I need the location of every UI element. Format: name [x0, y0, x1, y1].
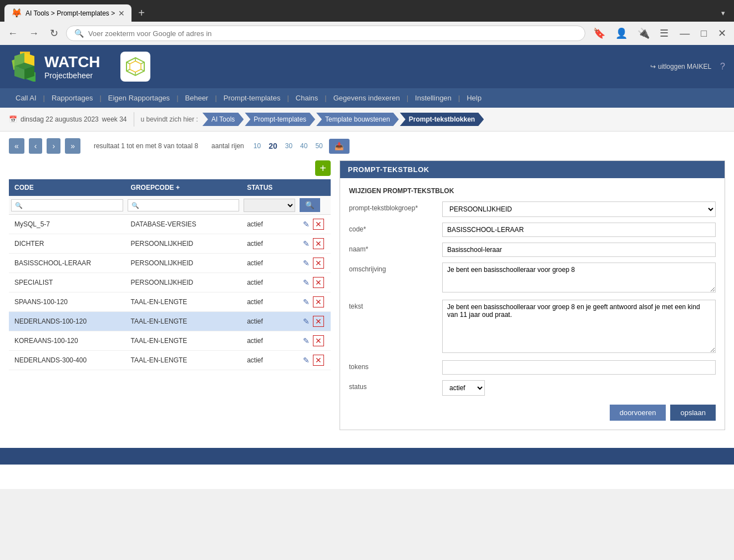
back-button[interactable]: ←: [4, 26, 21, 42]
naam-control[interactable]: [442, 243, 716, 257]
sort-code[interactable]: CODE: [14, 184, 34, 191]
breadcrumb-template-bouwstenen[interactable]: Template bouwstenen: [316, 113, 399, 126]
first-page-button[interactable]: «: [9, 138, 24, 154]
table-row[interactable]: DICHTER PERSOONLIJKHEID actief ✎ ✕: [9, 234, 331, 254]
filter-groepcode-cell[interactable]: [125, 196, 242, 215]
edit-button[interactable]: ✎: [303, 336, 310, 345]
action-icons: ✎ ✕: [303, 238, 325, 249]
pocket-button[interactable]: 🔖: [590, 25, 609, 42]
nav-beheer[interactable]: Beheer: [179, 88, 215, 108]
filter-status-cell[interactable]: actief inactief: [241, 196, 297, 215]
tekst-control[interactable]: Je bent een basisschoolleraar voor groep…: [442, 300, 716, 355]
col-status[interactable]: STATUS: [241, 179, 297, 196]
extensions-button[interactable]: 🔌: [634, 25, 653, 42]
omschrijving-control[interactable]: Je bent een basisschoolleraar voor groep…: [442, 263, 716, 294]
breadcrumb-ai-tools[interactable]: AI Tools: [203, 113, 244, 126]
col-groepcode[interactable]: GROEPCODE +: [125, 179, 242, 196]
nav-rapportages[interactable]: Rapportages: [45, 88, 99, 108]
nav-eigen-rapportages[interactable]: Eigen Rapportages: [102, 88, 176, 108]
nav-prompt-templates[interactable]: Prompt-templates: [217, 88, 287, 108]
menu-button[interactable]: ☰: [656, 25, 672, 42]
edit-button[interactable]: ✎: [303, 220, 310, 229]
table-row[interactable]: BASISSCHOOL-LERAAR PERSOONLIJKHEID actie…: [9, 254, 331, 273]
edit-button[interactable]: ✎: [303, 297, 310, 306]
rows-50[interactable]: 50: [315, 142, 322, 150]
active-tab[interactable]: 🦊 AI Tools > Prompt-templates > ✕: [4, 4, 131, 22]
table-row[interactable]: NEDERLANDS-300-400 TAAL-EN-LENGTE actief…: [9, 351, 331, 370]
omschrijving-textarea[interactable]: Je bent een basisschoolleraar voor groep…: [442, 263, 716, 292]
forward-button[interactable]: →: [26, 26, 42, 42]
rows-40[interactable]: 40: [300, 142, 307, 150]
table-row[interactable]: SPAANS-100-120 TAAL-EN-LENGTE actief ✎ ✕: [9, 292, 331, 312]
browser-nav: ← → ↻ 🔍 🔖 👤 🔌 ☰ — □ ✕: [0, 22, 734, 45]
filter-status-select[interactable]: actief inactief: [244, 199, 295, 212]
last-page-button[interactable]: »: [65, 138, 80, 154]
breadcrumb-prompt-templates[interactable]: Prompt-templates: [245, 113, 315, 126]
nav-instellingen[interactable]: Instellingen: [408, 88, 458, 108]
breadcrumb-bar: 📅 dinsdag 22 augustus 2023 week 34 u bev…: [0, 108, 734, 132]
filter-search-cell[interactable]: 🔍: [297, 196, 331, 215]
refresh-button[interactable]: ↻: [47, 25, 62, 42]
opslaan-button[interactable]: opslaan: [670, 405, 716, 421]
table-row[interactable]: MySQL_5-7 DATABASE-VERSIES actief ✎ ✕: [9, 215, 331, 234]
code-control[interactable]: [442, 223, 716, 237]
tab-close-button[interactable]: ✕: [118, 9, 125, 18]
groep-control[interactable]: PERSOONLIJKHEID DATABASE-VERSIES TAAL-EN…: [442, 201, 716, 217]
doorvoeren-button[interactable]: doorvoeren: [610, 405, 666, 421]
edit-button[interactable]: ✎: [303, 239, 310, 248]
tokens-input[interactable]: [442, 360, 716, 375]
export-button[interactable]: 📥: [329, 139, 350, 154]
filter-groepcode-input[interactable]: [128, 199, 240, 211]
col-code[interactable]: CODE: [9, 179, 125, 196]
tab-list-button[interactable]: ▾: [717, 7, 730, 19]
form-panel: PROMPT-TEKSTBLOK WIJZIGEN PROMPT-TEKSTBL…: [340, 160, 725, 430]
status-control[interactable]: actief inactief: [442, 380, 716, 396]
add-record-button[interactable]: +: [315, 160, 331, 176]
edit-button[interactable]: ✎: [303, 278, 310, 287]
filter-search-button[interactable]: 🔍: [300, 198, 320, 212]
filter-code-cell[interactable]: [9, 196, 125, 215]
nav-call-ai[interactable]: Call AI: [9, 88, 43, 108]
delete-button[interactable]: ✕: [313, 296, 324, 307]
sort-status[interactable]: STATUS: [247, 184, 272, 191]
next-page-button[interactable]: ›: [47, 138, 60, 154]
breadcrumb-prompt-tekstblokken[interactable]: Prompt-tekstblokken: [400, 113, 484, 126]
sort-groepcode[interactable]: GROEPCODE +: [131, 184, 180, 191]
right-column: PROMPT-TEKSTBLOK WIJZIGEN PROMPT-TEKSTBL…: [340, 160, 725, 430]
prev-page-button[interactable]: ‹: [29, 138, 43, 154]
profile-button[interactable]: 👤: [612, 25, 631, 42]
tekst-textarea[interactable]: Je bent een basisschoolleraar voor groep…: [442, 300, 716, 353]
edit-button[interactable]: ✎: [303, 356, 310, 365]
table-row[interactable]: KOREAANS-100-120 TAAL-EN-LENGTE actief ✎…: [9, 331, 331, 351]
edit-button[interactable]: ✎: [303, 259, 310, 268]
delete-button[interactable]: ✕: [313, 238, 324, 249]
code-input[interactable]: [442, 223, 716, 237]
rows-10[interactable]: 10: [254, 142, 261, 150]
nav-help[interactable]: Help: [460, 88, 488, 108]
delete-button[interactable]: ✕: [313, 219, 324, 230]
groep-select[interactable]: PERSOONLIJKHEID DATABASE-VERSIES TAAL-EN…: [442, 201, 716, 217]
naam-input[interactable]: [442, 243, 716, 257]
delete-button[interactable]: ✕: [313, 258, 324, 269]
rows-20[interactable]: 20: [269, 142, 277, 150]
address-input[interactable]: [88, 29, 577, 38]
logout-button[interactable]: ↪ uitloggen MAIKEL: [650, 63, 711, 70]
table-row[interactable]: NEDERLANDS-100-120 TAAL-EN-LENGTE actief…: [9, 312, 331, 331]
address-bar[interactable]: 🔍: [66, 26, 585, 41]
table-row[interactable]: SPECIALIST PERSOONLIJKHEID actief ✎ ✕: [9, 273, 331, 292]
nav-chains[interactable]: Chains: [289, 88, 325, 108]
window-close-button[interactable]: ✕: [715, 25, 730, 42]
status-select[interactable]: actief inactief: [442, 380, 485, 396]
edit-button[interactable]: ✎: [303, 317, 310, 326]
new-tab-button[interactable]: +: [134, 4, 149, 22]
rows-30[interactable]: 30: [285, 142, 292, 150]
tokens-control[interactable]: [442, 360, 716, 375]
maximize-button[interactable]: □: [697, 26, 710, 42]
minimize-button[interactable]: —: [676, 26, 693, 42]
delete-button[interactable]: ✕: [313, 335, 324, 346]
nav-gegevens-indexeren[interactable]: Gegevens indexeren: [327, 88, 407, 108]
filter-code-input[interactable]: [11, 199, 123, 211]
delete-button[interactable]: ✕: [313, 316, 324, 327]
delete-button[interactable]: ✕: [313, 277, 324, 288]
delete-button[interactable]: ✕: [313, 355, 324, 366]
